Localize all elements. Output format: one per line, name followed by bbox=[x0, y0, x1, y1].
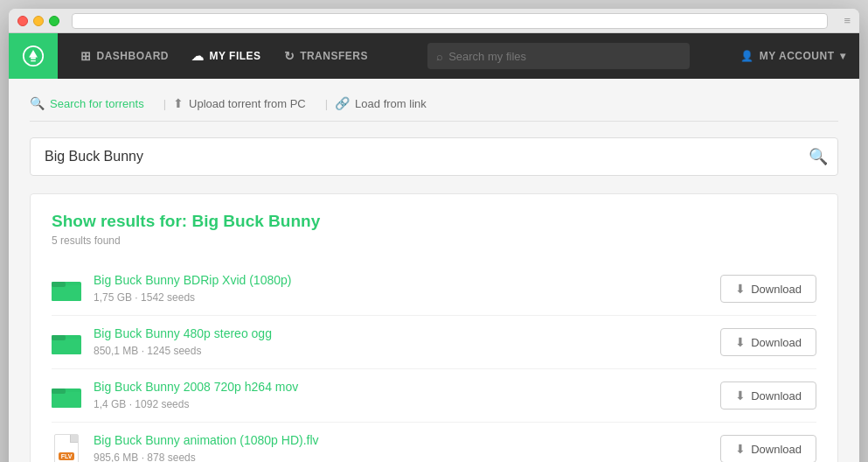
folder-icon bbox=[52, 381, 81, 410]
svg-rect-2 bbox=[31, 57, 36, 59]
navbar-search-icon: ⌕ bbox=[436, 50, 443, 63]
result-info: Big Buck Bunny BDRip Xvid (1080p) 1,75 G… bbox=[94, 273, 708, 304]
result-meta: 850,1 MB · 1245 seeds bbox=[94, 345, 201, 357]
result-meta: 985,6 MB · 878 seeds bbox=[94, 452, 196, 462]
results-title: Show results for: Big Buck Bunny bbox=[52, 212, 816, 231]
result-name[interactable]: Big Buck Bunny 2008 720p h264 mov bbox=[94, 380, 708, 394]
navbar: ⊞ Dashboard ☁ My Files ↻ Transfers ⌕ 👤 M… bbox=[9, 33, 859, 79]
download-icon: ⬇ bbox=[735, 282, 746, 296]
torrent-search-input[interactable] bbox=[30, 137, 838, 176]
download-icon: ⬇ bbox=[735, 335, 746, 349]
torrent-search-button[interactable]: 🔍 bbox=[809, 147, 828, 166]
nav-links: ⊞ Dashboard ☁ My Files ↻ Transfers bbox=[58, 44, 391, 68]
main-content: 🔍 Search for torrents | ⬆ Upload torrent… bbox=[9, 79, 859, 462]
sub-nav: 🔍 Search for torrents | ⬆ Upload torrent… bbox=[30, 96, 838, 122]
nav-account[interactable]: 👤 My Account ▾ bbox=[726, 50, 859, 62]
svg-rect-7 bbox=[52, 282, 66, 287]
folder-svg bbox=[52, 276, 81, 301]
subnav-load-link[interactable]: 🔗 Load from link bbox=[335, 96, 439, 110]
download-label: Download bbox=[751, 283, 802, 296]
navbar-search-wrap: ⌕ bbox=[427, 43, 690, 69]
close-button[interactable] bbox=[17, 16, 28, 26]
svg-rect-3 bbox=[31, 60, 36, 61]
url-bar[interactable] bbox=[72, 13, 828, 29]
subnav-upload-torrent[interactable]: ⬆ Upload torrent from PC bbox=[173, 96, 318, 110]
results-list: Big Buck Bunny BDRip Xvid (1080p) 1,75 G… bbox=[52, 262, 816, 462]
result-item: Big Buck Bunny BDRip Xvid (1080p) 1,75 G… bbox=[52, 262, 816, 316]
folder-svg bbox=[52, 383, 81, 408]
folder-svg bbox=[52, 330, 81, 354]
download-icon: ⬇ bbox=[735, 388, 746, 402]
result-item: Big Buck Bunny 480p stereo ogg 850,1 MB … bbox=[52, 316, 816, 369]
svg-rect-6 bbox=[52, 285, 81, 301]
result-meta: 1,75 GB · 1542 seeds bbox=[94, 291, 195, 304]
svg-rect-11 bbox=[52, 335, 66, 340]
nav-myfiles[interactable]: ☁ My Files bbox=[183, 44, 270, 68]
download-icon: ⬇ bbox=[735, 442, 746, 456]
torrent-search-wrap: 🔍 bbox=[30, 137, 838, 176]
logo-icon bbox=[21, 44, 45, 68]
account-chevron-icon: ▾ bbox=[840, 50, 846, 62]
sub-nav-sep-2: | bbox=[325, 97, 328, 110]
results-container: Show results for: Big Buck Bunny 5 resul… bbox=[30, 193, 838, 462]
download-label: Download bbox=[751, 443, 802, 456]
download-button[interactable]: ⬇ Download bbox=[720, 435, 816, 462]
download-label: Download bbox=[751, 336, 802, 349]
logo[interactable] bbox=[9, 33, 58, 79]
menu-icon[interactable]: ≡ bbox=[844, 14, 851, 27]
load-link-icon: 🔗 bbox=[335, 96, 350, 110]
result-info: Big Buck Bunny animation (1080p HD).flv … bbox=[94, 433, 708, 462]
file-icon: FLV bbox=[52, 434, 81, 462]
upload-torrent-icon: ⬆ bbox=[173, 96, 184, 110]
result-item: Big Buck Bunny 2008 720p h264 mov 1,4 GB… bbox=[52, 369, 816, 423]
subnav-search-torrents[interactable]: 🔍 Search for torrents bbox=[30, 96, 156, 110]
myfiles-icon: ☁ bbox=[191, 49, 205, 63]
sub-nav-sep-1: | bbox=[163, 97, 166, 110]
account-icon: 👤 bbox=[740, 50, 754, 62]
nav-dashboard[interactable]: ⊞ Dashboard bbox=[72, 44, 177, 68]
download-button[interactable]: ⬇ Download bbox=[720, 328, 816, 356]
svg-rect-14 bbox=[52, 392, 81, 408]
download-button[interactable]: ⬇ Download bbox=[720, 275, 816, 303]
download-label: Download bbox=[751, 389, 802, 402]
nav-transfers[interactable]: ↻ Transfers bbox=[275, 44, 377, 68]
svg-marker-1 bbox=[29, 50, 38, 57]
result-info: Big Buck Bunny 2008 720p h264 mov 1,4 GB… bbox=[94, 380, 708, 411]
app-window: ≡ ⊞ Dashboard ☁ My Files ↻ Transfers bbox=[9, 9, 859, 462]
dashboard-icon: ⊞ bbox=[80, 49, 92, 63]
download-button[interactable]: ⬇ Download bbox=[720, 382, 816, 410]
svg-rect-10 bbox=[52, 339, 81, 354]
folder-icon bbox=[52, 274, 81, 304]
minimize-button[interactable] bbox=[33, 16, 44, 26]
result-name[interactable]: Big Buck Bunny animation (1080p HD).flv bbox=[94, 433, 708, 447]
svg-rect-15 bbox=[52, 388, 66, 394]
folder-icon bbox=[52, 327, 81, 357]
navbar-search: ⌕ bbox=[391, 43, 726, 69]
result-name[interactable]: Big Buck Bunny 480p stereo ogg bbox=[94, 326, 708, 340]
navbar-search-input[interactable] bbox=[448, 50, 681, 63]
results-count: 5 results found bbox=[52, 234, 816, 247]
title-bar-icons: ≡ bbox=[844, 14, 851, 27]
result-name[interactable]: Big Buck Bunny BDRip Xvid (1080p) bbox=[94, 273, 708, 287]
search-torrents-icon: 🔍 bbox=[30, 96, 45, 110]
result-info: Big Buck Bunny 480p stereo ogg 850,1 MB … bbox=[94, 326, 708, 358]
result-meta: 1,4 GB · 1092 seeds bbox=[94, 398, 189, 410]
maximize-button[interactable] bbox=[49, 16, 59, 26]
result-item: FLV Big Buck Bunny animation (1080p HD).… bbox=[52, 423, 816, 462]
transfers-icon: ↻ bbox=[284, 49, 295, 63]
title-bar: ≡ bbox=[9, 9, 859, 33]
